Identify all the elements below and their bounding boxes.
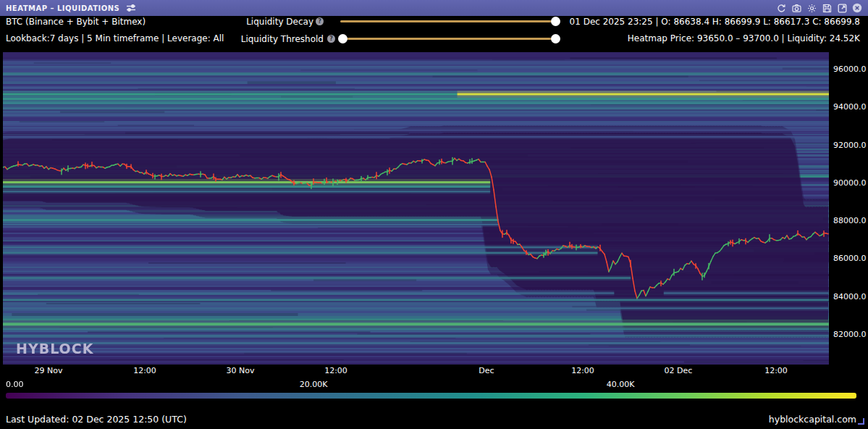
liquidity-threshold-slider-thumb-min[interactable] bbox=[338, 34, 347, 43]
x-tick-label: 02 Dec bbox=[665, 366, 693, 375]
liquidation-heatmap-chart[interactable] bbox=[3, 52, 829, 365]
liquidity-threshold-slider[interactable] bbox=[342, 38, 556, 40]
heatmap-price-readout: Heatmap Price: 93650.0 – 93700.0 | Liqui… bbox=[628, 33, 860, 44]
liquidity-decay-info-icon[interactable]: ? bbox=[316, 17, 324, 25]
x-tick-label: 12:00 bbox=[324, 366, 347, 375]
liquidity-decay-slider-thumb[interactable] bbox=[551, 17, 560, 26]
y-tick-label: 90000.0 bbox=[833, 178, 867, 188]
site-link[interactable]: hyblockcapital.com bbox=[769, 414, 856, 425]
x-tick-label: 12:00 bbox=[764, 366, 788, 375]
camera-icon[interactable] bbox=[791, 3, 801, 13]
colorbar-tick-label: 20.00K bbox=[300, 380, 328, 389]
y-tick-label: 94000.0 bbox=[833, 102, 867, 112]
liquidity-threshold-slider-thumb-max[interactable] bbox=[551, 34, 560, 43]
close-icon[interactable] bbox=[852, 3, 862, 13]
x-tick-label: Dec bbox=[479, 366, 494, 375]
y-tick-label: 86000.0 bbox=[833, 254, 867, 263]
liquidity-decay-label: Liquidity Decay bbox=[246, 16, 313, 28]
colorbar-tick-label: 40.00K bbox=[607, 380, 635, 389]
y-tick-label: 82000.0 bbox=[833, 330, 867, 339]
refresh-icon[interactable] bbox=[776, 3, 786, 13]
x-tick-label: 29 Nov bbox=[35, 366, 63, 375]
save-icon[interactable] bbox=[822, 3, 832, 13]
settings-gear-icon[interactable] bbox=[806, 3, 817, 13]
colorbar-tick-label: 0.00 bbox=[6, 380, 24, 389]
hyblock-watermark: HYBLOCK bbox=[16, 341, 93, 357]
liquidity-threshold-info-icon[interactable]: ? bbox=[327, 35, 335, 43]
corner-resize-icon bbox=[858, 418, 864, 425]
ohlc-readout: 01 Dec 2025 23:25 | O: 86638.4 H: 86699.… bbox=[570, 16, 860, 28]
filter-sliders-icon[interactable] bbox=[126, 1, 136, 15]
liquidity-decay-slider[interactable] bbox=[340, 20, 556, 22]
last-updated-label: Last Updated: 02 Dec 2025 12:50 (UTC) bbox=[6, 414, 187, 425]
y-tick-label: 84000.0 bbox=[833, 292, 867, 301]
title-bar: HEATMAP – LIQUIDATIONS bbox=[0, 0, 868, 16]
page-title: HEATMAP – LIQUIDATIONS bbox=[6, 4, 119, 12]
x-tick-label: 12:00 bbox=[571, 366, 594, 375]
x-tick-label: 12:00 bbox=[133, 366, 156, 375]
liquidity-threshold-label: Liquidity Threshold bbox=[241, 33, 324, 45]
instrument-label: BTC (Binance + Bybit + Bitmex) bbox=[6, 16, 146, 28]
liquidity-colorbar bbox=[6, 393, 856, 399]
y-tick-label: 92000.0 bbox=[833, 141, 867, 150]
expand-icon[interactable] bbox=[837, 3, 847, 13]
x-tick-label: 30 Nov bbox=[227, 366, 255, 375]
y-tick-label: 88000.0 bbox=[833, 216, 867, 225]
y-tick-label: 96000.0 bbox=[833, 64, 867, 74]
lookback-settings-label: Lookback:7 days | 5 Min timeframe | Leve… bbox=[6, 33, 224, 44]
title-bar-actions bbox=[776, 3, 862, 13]
